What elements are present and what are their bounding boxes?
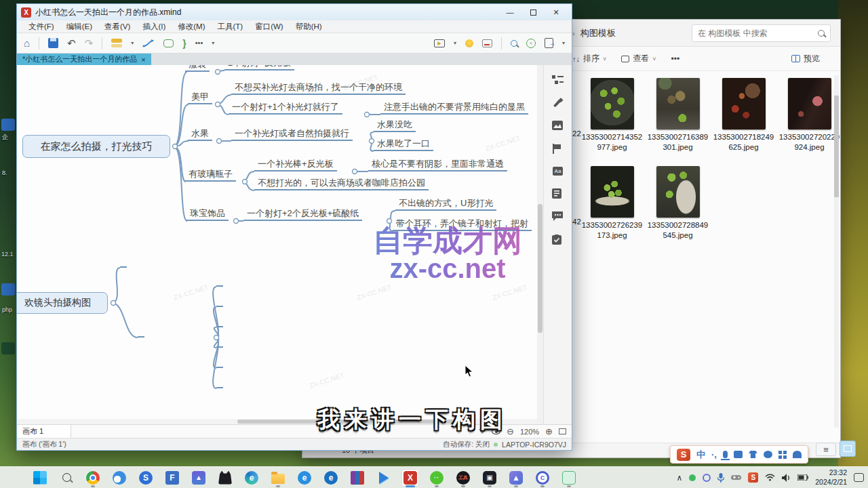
monitor-widget-button[interactable] (840, 441, 856, 457)
topic-node[interactable]: 水果吃了一口 (374, 138, 433, 151)
image-icon[interactable] (552, 121, 564, 131)
taskbar-screen-recorder[interactable]: ▣ (481, 469, 498, 487)
save-icon[interactable] (48, 38, 58, 48)
menu-tools[interactable]: 工具(T) (211, 22, 249, 32)
menu-help[interactable]: 帮助(H) (290, 22, 328, 32)
image-thumbnail[interactable] (788, 78, 831, 129)
search-input[interactable] (698, 28, 818, 38)
export-icon[interactable] (545, 38, 553, 48)
topic-node[interactable]: 珠宝饰品 (186, 207, 229, 221)
title-bar[interactable]: X 小红书怎么一天拍出一个月的作品.xmind — × (17, 4, 572, 20)
desktop-icon-fragment[interactable] (1, 342, 15, 354)
topic-node[interactable]: 有玻璃瓶子 (185, 168, 236, 182)
tray-mic-icon[interactable] (717, 473, 724, 483)
marker-flag-icon[interactable] (552, 144, 564, 154)
taskbar-photos[interactable] (190, 469, 208, 487)
vertical-scrollbar[interactable] (537, 65, 543, 424)
mic-icon[interactable] (723, 451, 728, 458)
chevron-down-icon[interactable]: ▾ (131, 40, 134, 46)
topic-node[interactable]: 不出镜的方式，U形打光 (395, 197, 496, 211)
taskbar-black-badge-app[interactable]: 工具 (454, 469, 472, 487)
sort-button[interactable]: ↑↓ 排序 ˅ (572, 53, 606, 64)
topic-node[interactable]: 一个补光棒+反光板 (254, 158, 337, 171)
search-icon[interactable] (818, 30, 825, 37)
taskbar-chrome[interactable] (84, 469, 102, 487)
main-topic[interactable]: 在家怎么拍摄，打光技巧 (22, 135, 170, 158)
menu-insert[interactable]: 插入(I) (136, 22, 172, 32)
taskbar-start-button[interactable] (31, 469, 49, 487)
topic-node[interactable] (138, 324, 144, 338)
topic-node[interactable] (216, 334, 223, 348)
keyboard-icon[interactable] (734, 451, 743, 458)
breadcrumb[interactable]: › 构图模板 (572, 27, 616, 39)
topic-node[interactable]: 不想买补光灯去商场拍，找一个干净的环境 (231, 81, 406, 95)
image-thumbnail[interactable] (591, 166, 634, 218)
document-tab[interactable]: *小红书怎么一天拍出一个月的作品 × (17, 54, 151, 65)
tab-close-icon[interactable]: × (141, 56, 145, 64)
outline-icon[interactable] (552, 75, 564, 85)
menu-window[interactable]: 窗口(W) (249, 22, 290, 32)
redo-icon[interactable]: ↷ (85, 38, 94, 48)
main-topic[interactable]: 欢镜头拍摄构图 (17, 292, 108, 314)
taskbar-cat-app[interactable] (216, 469, 234, 487)
search-icon[interactable] (511, 40, 517, 47)
sogou-logo-icon[interactable]: S (677, 449, 690, 461)
view-button[interactable]: 查看 ˅ (621, 53, 656, 64)
file-item[interactable]: 13353002716389301.jpeg (645, 78, 711, 158)
desktop-icon-fragment[interactable] (1, 283, 15, 296)
zen-mode-icon[interactable] (482, 39, 492, 47)
more-icon[interactable]: ••• (195, 39, 203, 47)
menu-view[interactable]: 查看(V) (98, 22, 136, 32)
menu-modify[interactable]: 修改(M) (172, 22, 211, 32)
taskbar-qq-browser[interactable] (111, 469, 128, 487)
comment-icon[interactable] (552, 211, 564, 222)
topic-node[interactable]: 注意手出镜的不要背景用纯白的显黑 (380, 101, 528, 115)
image-thumbnail[interactable] (591, 78, 634, 129)
notes-icon[interactable] (552, 188, 564, 199)
chevron-down-icon[interactable]: ▾ (212, 40, 214, 46)
topic-node[interactable] (216, 375, 223, 388)
image-thumbnail[interactable] (722, 78, 766, 129)
taskbar-screencast-app[interactable] (560, 469, 578, 487)
taskbar-file-explorer[interactable] (269, 469, 287, 487)
zoom-in-icon[interactable]: ⊕ (545, 426, 553, 436)
taskbar-browser-e1[interactable]: e (296, 469, 313, 487)
format-brush-icon[interactable] (552, 98, 564, 108)
tray-expand-icon[interactable]: ∧ (676, 473, 682, 483)
emoji-icon[interactable] (764, 451, 772, 458)
tray-gamepad-icon[interactable] (731, 474, 741, 481)
topic-node[interactable]: 核心是不要有阴影，里面非常通透 (368, 158, 507, 171)
menu-edit[interactable]: 编辑(E) (60, 22, 98, 32)
tray-clock[interactable]: 23:32 2024/2/21 (815, 468, 847, 486)
undo-icon[interactable]: ↶ (67, 38, 76, 48)
taskbar-potplayer[interactable] (375, 469, 393, 487)
file-item[interactable]: 13353002714352977.jpeg (579, 78, 645, 158)
insert-topic-icon[interactable] (111, 39, 122, 47)
menu-file[interactable]: 文件(F) (22, 22, 60, 32)
summary-icon[interactable]: } (182, 38, 186, 49)
taskbar-wechat[interactable]: ·· (428, 469, 446, 487)
list-widget-button[interactable]: ≡ (816, 443, 836, 456)
explorer-search-box[interactable] (692, 24, 831, 42)
topic-node[interactable]: 不想打光的，可以去商场或者咖啡店拍公园 (254, 177, 429, 190)
topic-node[interactable]: 一个射灯+2个反光板+硫酸纸 (243, 207, 362, 221)
taskbar-app-s[interactable]: S (137, 469, 155, 487)
sheet-tab[interactable]: 画布 1 (17, 425, 71, 438)
taskbar-format-factory[interactable]: F (163, 469, 181, 487)
sogou-input-bar[interactable]: S 中 ·, (670, 445, 808, 464)
image-thumbnail[interactable] (656, 78, 700, 129)
tray-sogou-icon[interactable]: S (748, 472, 758, 483)
tray-green-app-icon[interactable] (689, 474, 696, 481)
explorer-scrollbar[interactable] (834, 75, 839, 428)
punctuation-icon[interactable]: ·, (711, 450, 717, 459)
topic-node[interactable]: 水果没吃 (374, 119, 416, 132)
mindmap-canvas[interactable]: ZX-CC.NET ZX-CC.NET ZX-CC.NET ZX-CC.NET … (17, 65, 537, 424)
fit-map-icon[interactable] (559, 428, 566, 434)
topic-node[interactable] (216, 293, 223, 307)
notification-center-icon[interactable] (854, 473, 864, 482)
taskbar-search-button[interactable] (58, 469, 75, 487)
topic-node[interactable] (216, 273, 223, 287)
tray-ring-app-icon[interactable] (703, 474, 711, 482)
taskbar-xmind-active[interactable]: X (401, 469, 419, 487)
sticker-icon[interactable]: Aa (553, 167, 563, 176)
